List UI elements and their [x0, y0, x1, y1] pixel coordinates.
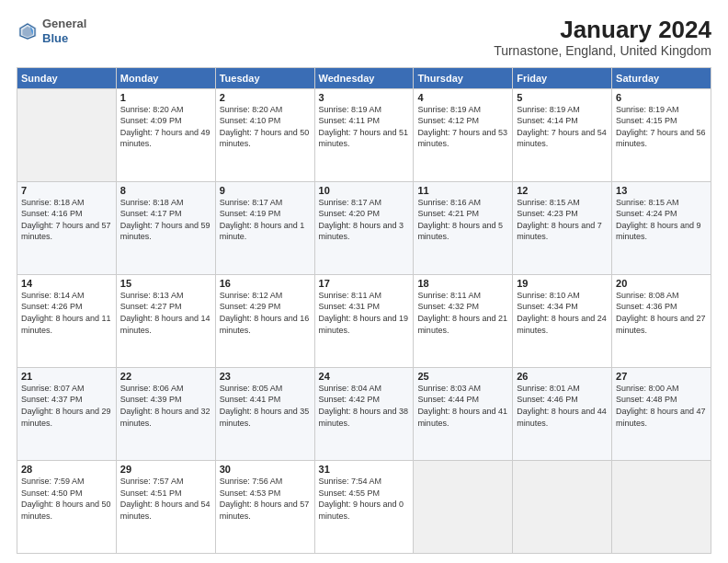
day-number: 1 — [120, 92, 211, 103]
day-number: 29 — [120, 464, 211, 475]
calendar-cell: 23Sunrise: 8:05 AMSunset: 4:41 PMDayligh… — [215, 367, 314, 460]
calendar-cell: 24Sunrise: 8:04 AMSunset: 4:42 PMDayligh… — [314, 367, 414, 460]
day-info: Sunrise: 8:08 AMSunset: 4:36 PMDaylight:… — [616, 290, 707, 336]
day-number: 8 — [120, 185, 211, 196]
day-number: 20 — [616, 278, 707, 289]
day-number: 10 — [319, 185, 410, 196]
day-number: 4 — [417, 92, 508, 103]
day-info: Sunrise: 8:20 AMSunset: 4:10 PMDaylight:… — [220, 104, 311, 150]
day-info: Sunrise: 8:19 AMSunset: 4:15 PMDaylight:… — [616, 104, 707, 150]
day-number: 7 — [21, 185, 112, 196]
day-number: 13 — [616, 185, 707, 196]
weekday-header: Saturday — [612, 67, 711, 88]
day-info: Sunrise: 8:05 AMSunset: 4:41 PMDaylight:… — [220, 383, 311, 429]
day-number: 25 — [417, 371, 508, 382]
calendar-cell: 30Sunrise: 7:56 AMSunset: 4:53 PMDayligh… — [215, 460, 314, 553]
calendar-cell: 22Sunrise: 8:06 AMSunset: 4:39 PMDayligh… — [116, 367, 215, 460]
day-number: 23 — [220, 371, 311, 382]
calendar-cell: 18Sunrise: 8:11 AMSunset: 4:32 PMDayligh… — [414, 274, 513, 367]
calendar-cell: 13Sunrise: 8:15 AMSunset: 4:24 PMDayligh… — [612, 181, 711, 274]
weekday-header: Sunday — [17, 67, 117, 88]
day-info: Sunrise: 8:17 AMSunset: 4:20 PMDaylight:… — [319, 197, 410, 243]
calendar-cell: 8Sunrise: 8:18 AMSunset: 4:17 PMDaylight… — [116, 181, 215, 274]
day-number: 24 — [319, 371, 410, 382]
calendar-week-row: 28Sunrise: 7:59 AMSunset: 4:50 PMDayligh… — [17, 460, 711, 553]
calendar-cell — [513, 460, 612, 553]
calendar-cell: 15Sunrise: 8:13 AMSunset: 4:27 PMDayligh… — [116, 274, 215, 367]
day-number: 18 — [417, 278, 508, 289]
day-info: Sunrise: 8:14 AMSunset: 4:26 PMDaylight:… — [21, 290, 112, 336]
day-info: Sunrise: 8:11 AMSunset: 4:31 PMDaylight:… — [319, 290, 410, 336]
calendar-cell — [17, 88, 117, 181]
day-info: Sunrise: 7:54 AMSunset: 4:55 PMDaylight:… — [319, 476, 410, 522]
weekday-header: Tuesday — [215, 67, 314, 88]
calendar-week-row: 14Sunrise: 8:14 AMSunset: 4:26 PMDayligh… — [17, 274, 711, 367]
day-info: Sunrise: 8:18 AMSunset: 4:16 PMDaylight:… — [21, 197, 112, 243]
day-info: Sunrise: 8:01 AMSunset: 4:46 PMDaylight:… — [517, 383, 608, 429]
calendar-cell: 20Sunrise: 8:08 AMSunset: 4:36 PMDayligh… — [612, 274, 711, 367]
calendar-week-row: 7Sunrise: 8:18 AMSunset: 4:16 PMDaylight… — [17, 181, 711, 274]
day-info: Sunrise: 8:15 AMSunset: 4:24 PMDaylight:… — [616, 197, 707, 243]
day-number: 22 — [120, 371, 211, 382]
logo-icon — [17, 20, 39, 42]
calendar-cell: 10Sunrise: 8:17 AMSunset: 4:20 PMDayligh… — [314, 181, 414, 274]
day-info: Sunrise: 8:19 AMSunset: 4:12 PMDaylight:… — [417, 104, 508, 150]
weekday-header: Friday — [513, 67, 612, 88]
day-info: Sunrise: 8:12 AMSunset: 4:29 PMDaylight:… — [220, 290, 311, 336]
calendar-cell: 2Sunrise: 8:20 AMSunset: 4:10 PMDaylight… — [215, 88, 314, 181]
logo-blue: Blue — [42, 31, 86, 46]
day-number: 2 — [220, 92, 311, 103]
calendar-cell — [414, 460, 513, 553]
weekday-header: Wednesday — [314, 67, 414, 88]
header: General Blue January 2024 Turnastone, En… — [17, 17, 711, 58]
day-info: Sunrise: 8:04 AMSunset: 4:42 PMDaylight:… — [319, 383, 410, 429]
calendar-title: January 2024 — [494, 17, 711, 43]
day-info: Sunrise: 8:18 AMSunset: 4:17 PMDaylight:… — [120, 197, 211, 243]
calendar-cell: 1Sunrise: 8:20 AMSunset: 4:09 PMDaylight… — [116, 88, 215, 181]
day-info: Sunrise: 8:17 AMSunset: 4:19 PMDaylight:… — [220, 197, 311, 243]
day-info: Sunrise: 8:06 AMSunset: 4:39 PMDaylight:… — [120, 383, 211, 429]
calendar-cell: 7Sunrise: 8:18 AMSunset: 4:16 PMDaylight… — [17, 181, 117, 274]
day-info: Sunrise: 8:07 AMSunset: 4:37 PMDaylight:… — [21, 383, 112, 429]
day-number: 11 — [417, 185, 508, 196]
calendar-cell: 16Sunrise: 8:12 AMSunset: 4:29 PMDayligh… — [215, 274, 314, 367]
day-number: 12 — [517, 185, 608, 196]
calendar-cell: 4Sunrise: 8:19 AMSunset: 4:12 PMDaylight… — [414, 88, 513, 181]
title-block: January 2024 Turnastone, England, United… — [494, 17, 711, 58]
calendar-cell: 25Sunrise: 8:03 AMSunset: 4:44 PMDayligh… — [414, 367, 513, 460]
day-number: 15 — [120, 278, 211, 289]
calendar-cell: 31Sunrise: 7:54 AMSunset: 4:55 PMDayligh… — [314, 460, 414, 553]
calendar-cell: 5Sunrise: 8:19 AMSunset: 4:14 PMDaylight… — [513, 88, 612, 181]
day-number: 19 — [517, 278, 608, 289]
day-info: Sunrise: 7:57 AMSunset: 4:51 PMDaylight:… — [120, 476, 211, 522]
calendar-subtitle: Turnastone, England, United Kingdom — [494, 43, 711, 58]
calendar-cell: 14Sunrise: 8:14 AMSunset: 4:26 PMDayligh… — [17, 274, 117, 367]
day-number: 16 — [220, 278, 311, 289]
day-number: 21 — [21, 371, 112, 382]
calendar-week-row: 21Sunrise: 8:07 AMSunset: 4:37 PMDayligh… — [17, 367, 711, 460]
logo-text: General Blue — [42, 17, 86, 45]
day-number: 17 — [319, 278, 410, 289]
day-number: 5 — [517, 92, 608, 103]
calendar-table: SundayMondayTuesdayWednesdayThursdayFrid… — [17, 67, 711, 554]
calendar-cell: 28Sunrise: 7:59 AMSunset: 4:50 PMDayligh… — [17, 460, 117, 553]
day-number: 14 — [21, 278, 112, 289]
calendar-cell: 26Sunrise: 8:01 AMSunset: 4:46 PMDayligh… — [513, 367, 612, 460]
calendar-header-row: SundayMondayTuesdayWednesdayThursdayFrid… — [17, 67, 711, 88]
day-info: Sunrise: 8:13 AMSunset: 4:27 PMDaylight:… — [120, 290, 211, 336]
day-number: 26 — [517, 371, 608, 382]
day-info: Sunrise: 8:19 AMSunset: 4:11 PMDaylight:… — [319, 104, 410, 150]
page: General Blue January 2024 Turnastone, En… — [0, 0, 728, 563]
calendar-cell: 21Sunrise: 8:07 AMSunset: 4:37 PMDayligh… — [17, 367, 117, 460]
day-info: Sunrise: 8:03 AMSunset: 4:44 PMDaylight:… — [417, 383, 508, 429]
day-info: Sunrise: 8:10 AMSunset: 4:34 PMDaylight:… — [517, 290, 608, 336]
day-info: Sunrise: 7:56 AMSunset: 4:53 PMDaylight:… — [220, 476, 311, 522]
calendar-cell: 27Sunrise: 8:00 AMSunset: 4:48 PMDayligh… — [612, 367, 711, 460]
logo: General Blue — [17, 17, 86, 45]
calendar-week-row: 1Sunrise: 8:20 AMSunset: 4:09 PMDaylight… — [17, 88, 711, 181]
day-number: 30 — [220, 464, 311, 475]
day-info: Sunrise: 8:11 AMSunset: 4:32 PMDaylight:… — [417, 290, 508, 336]
weekday-header: Monday — [116, 67, 215, 88]
logo-general: General — [42, 17, 86, 31]
calendar-cell: 12Sunrise: 8:15 AMSunset: 4:23 PMDayligh… — [513, 181, 612, 274]
